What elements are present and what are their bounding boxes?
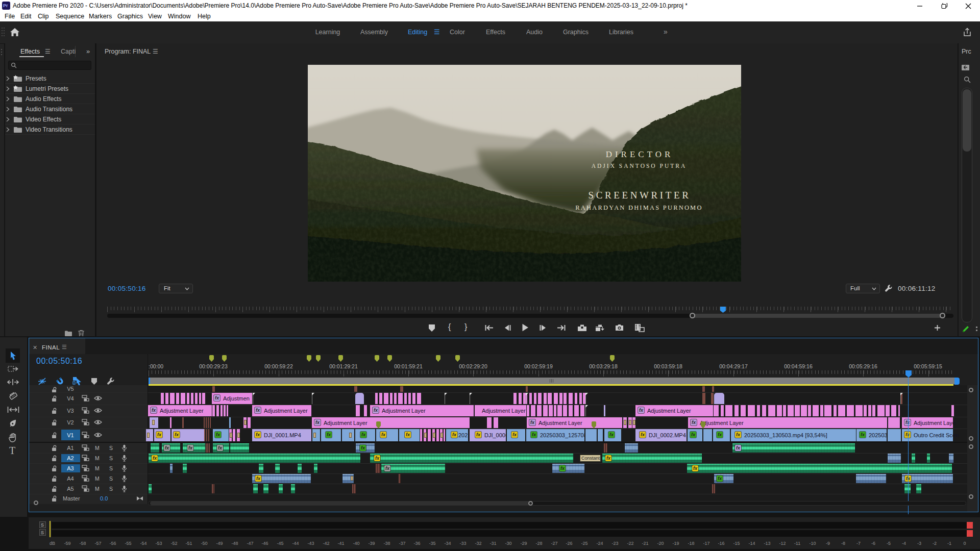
svg-text:DIRECTOR: DIRECTOR — [606, 149, 674, 159]
svg-text:SCREENWRITER: SCREENWRITER — [589, 190, 691, 201]
svg-text:ADJIX SANTOSO PUTRA: ADJIX SANTOSO PUTRA — [592, 163, 687, 169]
svg-text:RAHARDYAN DHIMAS PURNOMO: RAHARDYAN DHIMAS PURNOMO — [575, 204, 702, 211]
